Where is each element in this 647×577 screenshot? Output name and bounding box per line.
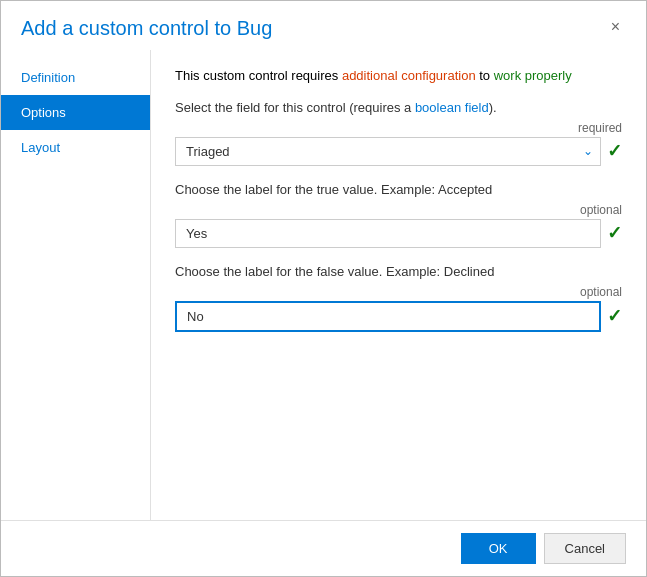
- false-value-row: ✓: [175, 301, 622, 332]
- false-value-label: Choose the label for the false value. Ex…: [175, 264, 622, 279]
- close-button[interactable]: ×: [605, 17, 626, 37]
- sidebar-item-options[interactable]: Options: [1, 95, 150, 130]
- field-dropdown-wrapper: Triaged Active Resolved Closed ⌄: [175, 137, 601, 166]
- true-value-row: ✓: [175, 219, 622, 248]
- field-dropdown[interactable]: Triaged Active Resolved Closed: [175, 137, 601, 166]
- ok-button[interactable]: OK: [461, 533, 536, 564]
- false-value-input[interactable]: [175, 301, 601, 332]
- info-part2: to: [476, 68, 494, 83]
- select-label-accent: boolean field: [415, 100, 489, 115]
- dialog-header: Add a custom control to Bug ×: [1, 1, 646, 50]
- title-text-suffix: to Bug: [209, 17, 272, 39]
- true-value-input[interactable]: [175, 219, 601, 248]
- select-field-label: Select the field for this control (requi…: [175, 100, 622, 115]
- info-message: This custom control requires additional …: [175, 66, 622, 86]
- info-accent1: additional configuration: [342, 68, 476, 83]
- sidebar: Definition Options Layout: [1, 50, 151, 520]
- cancel-button[interactable]: Cancel: [544, 533, 626, 564]
- optional-label-1: optional: [175, 203, 622, 217]
- dropdown-check-icon: ✓: [607, 140, 622, 162]
- dialog-body: Definition Options Layout This custom co…: [1, 50, 646, 520]
- info-accent2: work properly: [494, 68, 572, 83]
- title-text-prefix: Add a: [21, 17, 79, 39]
- main-content: This custom control requires additional …: [151, 50, 646, 520]
- required-label: required: [175, 121, 622, 135]
- sidebar-item-definition[interactable]: Definition: [1, 60, 150, 95]
- false-check-icon: ✓: [607, 305, 622, 327]
- dialog-title: Add a custom control to Bug: [21, 17, 272, 40]
- title-accent: custom control: [79, 17, 209, 39]
- optional-label-2: optional: [175, 285, 622, 299]
- true-check-icon: ✓: [607, 222, 622, 244]
- dropdown-row: Triaged Active Resolved Closed ⌄ ✓: [175, 137, 622, 166]
- info-part1: This custom control requires: [175, 68, 342, 83]
- sidebar-item-layout[interactable]: Layout: [1, 130, 150, 165]
- dialog: Add a custom control to Bug × Definition…: [0, 0, 647, 577]
- true-value-label: Choose the label for the true value. Exa…: [175, 182, 622, 197]
- select-label-suffix: ).: [489, 100, 497, 115]
- dialog-footer: OK Cancel: [1, 520, 646, 576]
- select-label-prefix: Select the field for this control (requi…: [175, 100, 415, 115]
